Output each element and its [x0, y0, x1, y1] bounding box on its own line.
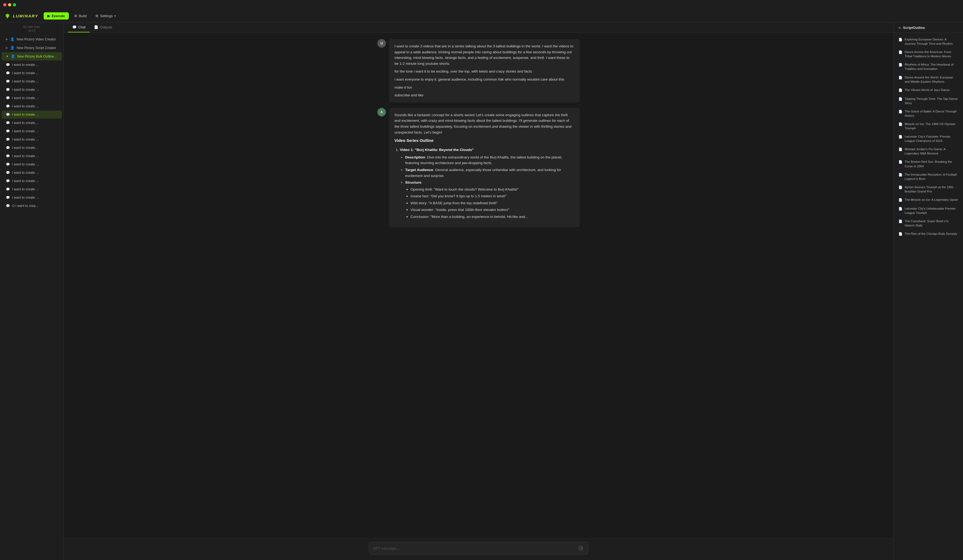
- right-list-label-rs4: Dance Around the World: European and Mid…: [905, 75, 958, 84]
- person-icon: 👤: [10, 37, 15, 41]
- target-label: Target Audience: [405, 168, 433, 172]
- sidebar-item-new-pictory-video[interactable]: ▶ 👤 New Pictory Video Creator: [2, 35, 62, 44]
- chat-bubble-icon11: 💬: [6, 146, 10, 150]
- chat-bubble-icon18: 💬: [6, 204, 10, 208]
- svg-point-0: [7, 15, 8, 17]
- structure-list: Opening thrill: "Want to touch the cloud…: [405, 186, 574, 220]
- user-msg-p4: make it fun: [394, 84, 574, 91]
- chat-bubble-icon8: 💬: [6, 121, 10, 125]
- right-list-item-rs8[interactable]: 📄 Miracle on Ice: The 1980 US Olympic Tr…: [895, 120, 962, 132]
- right-list-item-rs5[interactable]: 📄 The Vibrant World of Jazz Dance: [895, 86, 962, 94]
- sidebar-label-chat14: I want to create ...: [12, 171, 58, 175]
- build-icon: ⚙: [74, 14, 78, 18]
- message-input[interactable]: [373, 546, 577, 552]
- right-list-item-rs16[interactable]: 📄 The Comeback: Super Bowl LI's Historic…: [895, 217, 962, 230]
- sidebar-item-new-pictory-script[interactable]: ▶ 👤 New Pictory Script Creator: [2, 44, 62, 52]
- sidebar-item-chat9[interactable]: 💬 I want to create ...: [2, 127, 62, 135]
- right-list-item-rs7[interactable]: 📄 The Grace of Ballet: A Dance Through H…: [895, 107, 962, 120]
- structure-item3: Wild story: "A BASE jump from the top re…: [410, 200, 574, 206]
- chat-bubble-icon12: 💬: [6, 154, 10, 158]
- title-bar: [0, 0, 963, 10]
- tab-outputs[interactable]: 📄 Outputs: [90, 23, 117, 32]
- chevron-down-icon2: ▼: [6, 55, 8, 58]
- message-row-user: U I want to create 3 videos that are in …: [369, 39, 588, 102]
- sidebar-label-chat16: I want to create ...: [12, 188, 58, 191]
- right-list-item-rs9[interactable]: 📄 Leicester City's Fairytale: Premier Le…: [895, 133, 962, 145]
- right-list-item-rs4[interactable]: 📄 Dance Around the World: European and M…: [895, 73, 962, 86]
- logo: LUMINARY: [4, 13, 38, 19]
- right-list-item-rs14[interactable]: 📄 The Miracle on Ice: A Legendary Upset: [895, 196, 962, 204]
- sidebar-item-chat13[interactable]: 💬 I want to create ...: [2, 160, 62, 168]
- right-list-label-rs17: The Rise of the Chicago Bulls Dynasty: [905, 231, 957, 236]
- sidebar-label-chat1: I want to create ...: [12, 63, 58, 66]
- video1-title: Video 1: "Burj Khalifa: Beyond the Cloud…: [400, 148, 474, 152]
- sidebar-item-chat3[interactable]: 💬 I want to create ...: [2, 78, 62, 86]
- doc-icon-rs5: 📄: [898, 88, 903, 92]
- right-list-item-rs11[interactable]: 📄 The Boston Red Sox: Breaking the Curse…: [895, 158, 962, 170]
- build-button[interactable]: ⚙ Build: [71, 12, 90, 19]
- tab-chat[interactable]: 💬 Chat: [68, 23, 90, 32]
- right-list-item-rs17[interactable]: 📄 The Rise of the Chicago Bulls Dynasty: [895, 230, 962, 238]
- sidebar-item-new-pictory-bulk[interactable]: ▼ 👤 New Pictory Bulk Outline Generator: [2, 52, 62, 60]
- sidebar-item-chat10[interactable]: 💬 I want to create ...: [2, 136, 62, 144]
- right-list-label-rs1: Exploring European Dances: A Journey Thr…: [905, 37, 958, 46]
- sidebar-item-chat7[interactable]: 💬 I want to create ...: [2, 110, 62, 118]
- sidebar-item-chat11[interactable]: 💬 I want to create...: [2, 144, 62, 152]
- send-button[interactable]: [577, 545, 584, 552]
- message-bubble-user: I want to create 3 videos that are in a …: [389, 39, 580, 102]
- sidebar-item-chat4[interactable]: 💬 I want to create ...: [2, 86, 62, 94]
- sidebar-label-chat15: I want to create ...: [12, 179, 58, 183]
- sidebar-item-chat15[interactable]: 💬 I want to create ...: [2, 177, 62, 185]
- right-list-item-rs12[interactable]: 📄 The Immaculate Reception: A Football L…: [895, 170, 962, 183]
- chat-bubble-icon4: 💬: [6, 88, 10, 92]
- maximize-button[interactable]: [13, 3, 16, 6]
- right-list-item-rs10[interactable]: 📄 Michael Jordan's Flu Game: A Legendary…: [895, 145, 962, 157]
- sidebar-item-chat17[interactable]: 💬 I want to create ...: [2, 194, 62, 202]
- sidebar-item-chat1[interactable]: 💬 I want to create ...: [2, 61, 62, 69]
- doc-icon-rs16: 📄: [898, 219, 903, 224]
- right-list-item-rs13[interactable]: 📄 Ayrton Senna's Triumph at the 1991 Bra…: [895, 183, 962, 196]
- sidebar-item-chat2[interactable]: 💬 I want to create ...: [2, 69, 62, 77]
- sidebar-item-chat18[interactable]: 💬 U I want to crea...: [2, 202, 62, 210]
- list-item-video1: Video 1: "Burj Khalifa: Beyond the Cloud…: [400, 147, 574, 220]
- collapse-sidebar-button[interactable]: ◀: [897, 25, 901, 30]
- right-list-item-rs15[interactable]: 📄 Leicester City's Unbelievable Premier …: [895, 204, 962, 217]
- video1-structure: Structure: Opening thrill: "Want to touc…: [405, 180, 574, 220]
- user-msg-p1: I want to create 3 videos that are in a …: [394, 44, 574, 66]
- sidebar-label-chat6: I want to create ...: [12, 104, 58, 108]
- sidebar-item-chat5[interactable]: 💬 I want to create ...: [2, 94, 62, 102]
- sidebar-label-chat7: I want to create ...: [12, 113, 58, 117]
- toolbar: LUMINARY ▶ Execute ⚙ Build ⚙ Settings ▾: [0, 10, 963, 23]
- right-list-label-rs3: Rhythms of Africa: The Heartbeat of Trad…: [905, 62, 958, 71]
- sidebar-item-chat14[interactable]: 💬 I want to create ...: [2, 168, 62, 177]
- doc-icon-rs6: 📄: [898, 97, 903, 102]
- close-button[interactable]: [3, 3, 6, 6]
- right-list-item-rs2[interactable]: 📄 Dance Across the Americas: From Tribal…: [895, 48, 962, 60]
- right-list-label-rs2: Dance Across the Americas: From Tribal T…: [905, 50, 958, 58]
- right-list-item-rs6[interactable]: 📄 Tapping Through Time: The Tap Dance St…: [895, 95, 962, 107]
- sidebar-item-chat8[interactable]: 💬 I want to create...: [2, 119, 62, 127]
- doc-icon-rs15: 📄: [898, 207, 903, 211]
- doc-icon-rs11: 📄: [898, 160, 903, 164]
- minimize-button[interactable]: [8, 3, 11, 6]
- right-list-label-rs11: The Boston Red Sox: Breaking the Curse i…: [905, 160, 958, 168]
- sidebar-item-chat16[interactable]: 💬 I want to create ...: [2, 185, 62, 193]
- sidebar-label-chat3: I want to create ...: [12, 79, 58, 83]
- sidebar-label-chat4: I want to create ...: [12, 88, 58, 92]
- avatar-ai: A: [377, 108, 386, 117]
- logo-text: LUMINARY: [13, 14, 38, 18]
- sidebar-item-chat6[interactable]: 💬 I want to create ...: [2, 102, 62, 110]
- chat-bubble-icon6: 💬: [6, 104, 10, 108]
- video-list: Video 1: "Burj Khalifa: Beyond the Cloud…: [394, 147, 574, 220]
- right-list-item-rs3[interactable]: 📄 Rhythms of Africa: The Heartbeat of Tr…: [895, 60, 962, 73]
- chat-bubble-icon15: 💬: [6, 179, 10, 183]
- sidebar-item-chat12[interactable]: 💬 I want to create ...: [2, 152, 62, 160]
- doc-icon-rs12: 📄: [898, 173, 903, 177]
- right-sidebar-list: 📄 Exploring European Dances: A Journey T…: [893, 33, 963, 560]
- ai-intro: Sounds like a fantastic concept for a sh…: [394, 112, 574, 135]
- structure-item4: Visual wonder: "Inside, press that 160th…: [410, 207, 574, 213]
- right-list-item-rs1[interactable]: 📄 Exploring European Dances: A Journey T…: [895, 36, 962, 48]
- execute-button[interactable]: ▶ Execute: [44, 12, 69, 19]
- chat-bubble-icon: 💬: [6, 63, 10, 66]
- settings-button[interactable]: ⚙ Settings ▾: [92, 12, 119, 19]
